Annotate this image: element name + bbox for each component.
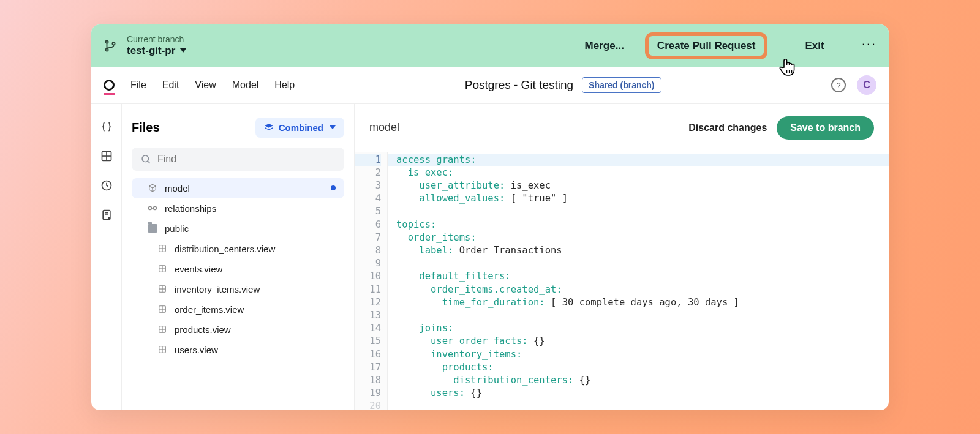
tree-item-label: order_items.view <box>175 304 244 315</box>
file-tree: modelrelationshipspublicdistribution_cen… <box>132 178 344 360</box>
chevron-down-icon <box>180 48 186 53</box>
svg-point-14 <box>148 206 151 209</box>
tree-item-label: model <box>165 183 190 193</box>
grid-icon <box>157 324 167 334</box>
line-gutter: 1234567891011121314151617181920 <box>355 152 388 410</box>
svg-point-1 <box>105 48 108 51</box>
tree-item-label: inventory_items.view <box>175 284 260 294</box>
menu-edit[interactable]: Edit <box>162 80 179 91</box>
tree-item-label: products.view <box>175 324 231 335</box>
exit-button[interactable]: Exit <box>805 40 824 52</box>
avatar[interactable]: C <box>857 75 876 95</box>
sidebar: Files Combined modelrelationshipspublicd… <box>122 104 355 410</box>
divider <box>786 39 786 53</box>
view-combined-label: Combined <box>279 122 323 133</box>
grid-icon <box>157 244 167 253</box>
shared-badge[interactable]: Shared (branch) <box>582 77 661 93</box>
avatar-initial: C <box>863 80 870 91</box>
tree-item-model[interactable]: model <box>132 178 344 198</box>
help-button[interactable]: ? <box>831 78 846 92</box>
editor-header: model Discard changes Save to branch <box>355 104 889 152</box>
menu-file[interactable]: File <box>130 80 146 91</box>
app-window: Current branch test-git-pr Merge... Crea… <box>91 24 889 410</box>
layers-icon <box>264 122 274 132</box>
rail-history-icon[interactable] <box>100 179 113 192</box>
tree-item-distribution-centers-view[interactable]: distribution_centers.view <box>132 239 344 259</box>
grid-icon <box>157 264 167 274</box>
cube-icon <box>148 183 157 193</box>
grid-icon <box>157 345 167 354</box>
tree-item-label: relationships <box>165 203 216 214</box>
svg-line-13 <box>148 161 150 163</box>
rail-notes-icon[interactable] <box>100 208 113 222</box>
search-icon <box>140 154 151 165</box>
branch-bar: Current branch test-git-pr Merge... Crea… <box>91 24 889 67</box>
branch-selector[interactable]: Current branch test-git-pr <box>127 34 186 57</box>
tree-item-label: public <box>165 223 189 234</box>
help-icon: ? <box>836 81 840 90</box>
menu-model[interactable]: Model <box>232 80 259 91</box>
more-menu-button[interactable]: ··· <box>862 36 876 56</box>
grid-icon <box>157 284 167 294</box>
link-icon <box>148 203 157 213</box>
view-combined-selector[interactable]: Combined <box>255 118 344 138</box>
svg-point-11 <box>108 217 110 219</box>
tree-item-users-view[interactable]: users.view <box>132 340 344 360</box>
editor-tab-name: model <box>369 121 399 134</box>
left-rail <box>91 104 122 410</box>
rail-braces-icon[interactable] <box>100 120 113 133</box>
project-title: Postgres - Git testing <box>465 78 573 92</box>
menu-help[interactable]: Help <box>274 80 295 91</box>
sidebar-title: Files <box>132 121 160 135</box>
svg-point-0 <box>105 40 108 43</box>
menu-bar: File Edit View Model Help Postgres - Git… <box>91 67 889 104</box>
grid-icon <box>157 304 167 314</box>
modified-dot-icon <box>331 185 336 190</box>
discard-changes-button[interactable]: Discard changes <box>688 122 767 133</box>
folder-icon <box>148 223 157 233</box>
tree-item-public[interactable]: public <box>132 219 344 239</box>
tree-item-label: distribution_centers.view <box>175 244 275 254</box>
app-logo-icon[interactable] <box>104 80 115 91</box>
tree-item-events-view[interactable]: events.view <box>132 259 344 279</box>
branch-name: test-git-pr <box>127 45 175 57</box>
tree-item-relationships[interactable]: relationships <box>132 198 344 219</box>
merge-button[interactable]: Merge... <box>585 40 624 52</box>
create-pull-request-button[interactable]: Create Pull Request <box>645 32 768 59</box>
rail-grid-icon[interactable] <box>100 149 113 163</box>
svg-point-12 <box>142 155 149 162</box>
divider <box>843 39 843 53</box>
find-input[interactable] <box>157 154 336 165</box>
svg-point-15 <box>153 206 156 209</box>
tree-item-order-items-view[interactable]: order_items.view <box>132 299 344 320</box>
menu-view[interactable]: View <box>195 80 216 91</box>
svg-point-2 <box>112 42 115 45</box>
code-content[interactable]: access_grants: is_exec: user_attribute: … <box>388 152 889 410</box>
save-to-branch-button[interactable]: Save to branch <box>777 116 874 140</box>
editor-pane: model Discard changes Save to branch 123… <box>355 104 889 410</box>
chevron-down-icon <box>330 125 336 129</box>
branch-label: Current branch <box>127 34 186 45</box>
code-editor[interactable]: 1234567891011121314151617181920 access_g… <box>355 152 889 410</box>
git-branch-icon <box>104 39 117 53</box>
find-box[interactable] <box>132 148 344 171</box>
tree-item-label: events.view <box>175 264 222 274</box>
tree-item-label: users.view <box>175 345 218 355</box>
tree-item-inventory-items-view[interactable]: inventory_items.view <box>132 279 344 299</box>
body: Files Combined modelrelationshipspublicd… <box>91 104 889 410</box>
menu-items: File Edit View Model Help <box>130 80 295 91</box>
tree-item-products-view[interactable]: products.view <box>132 320 344 340</box>
